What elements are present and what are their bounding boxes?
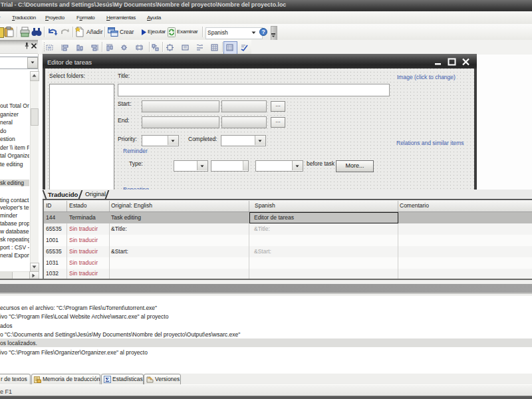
svg-text:Σ: Σ (106, 376, 110, 383)
svg-text:?: ? (261, 29, 265, 35)
